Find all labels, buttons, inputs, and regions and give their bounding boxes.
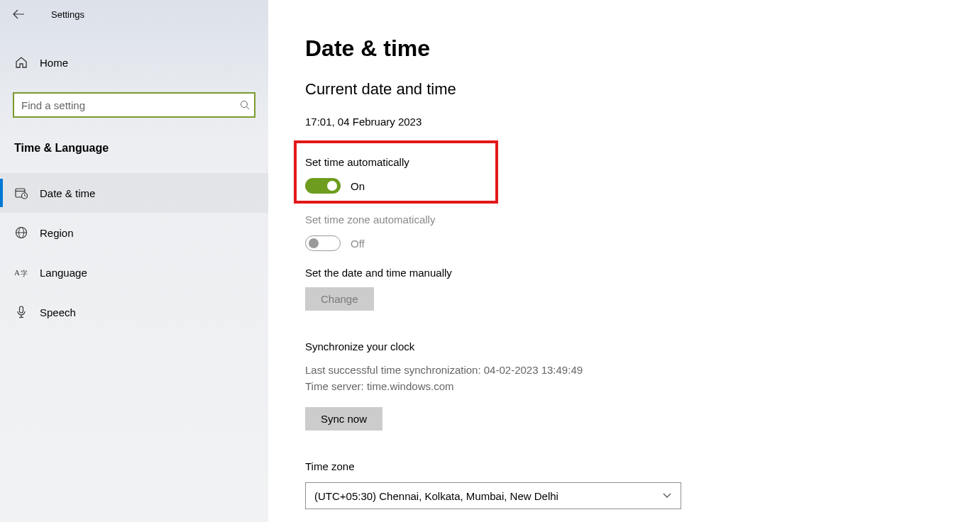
sidebar-nav: Date & time Region A字 Language Speech [0,173,268,332]
app-title: Settings [51,9,84,20]
timezone-block: Time zone (UTC+05:30) Chennai, Kolkata, … [305,460,980,509]
sidebar-top: Settings [0,0,268,28]
svg-rect-10 [20,306,23,313]
svg-line-1 [247,107,250,110]
sync-block: Synchronize your clock Last successful t… [305,340,980,431]
sidebar-home[interactable]: Home [0,45,268,79]
section-title: Current date and time [305,80,980,99]
set-tz-auto-label: Set time zone automatically [305,213,980,226]
sync-title: Synchronize your clock [305,340,980,352]
chevron-down-icon [662,492,672,499]
back-button[interactable] [11,7,26,21]
sidebar: Settings Home Time & Language Date & tim… [0,0,268,522]
sync-last: Last successful time synchronization: 04… [305,362,980,379]
svg-text:A: A [14,268,20,277]
sidebar-category-title: Time & Language [0,118,268,159]
set-tz-auto-state: Off [351,238,365,250]
timezone-dropdown[interactable]: (UTC+05:30) Chennai, Kolkata, Mumbai, Ne… [305,482,681,509]
set-time-auto-label: Set time automatically [305,156,484,168]
calendar-clock-icon [14,186,28,200]
sidebar-item-label: Speech [40,306,76,318]
sidebar-item-region[interactable]: Region [0,213,268,252]
sync-server: Time server: time.windows.com [305,379,980,395]
sidebar-home-label: Home [40,57,68,69]
current-datetime: 17:01, 04 February 2023 [305,116,980,128]
sync-info: Last successful time synchronization: 04… [305,362,980,394]
page-title: Date & time [305,35,980,62]
timezone-label: Time zone [305,460,980,472]
set-time-auto-state: On [351,180,365,192]
manual-label: Set the date and time manually [305,267,980,279]
svg-text:字: 字 [21,270,28,277]
sidebar-item-label: Date & time [40,187,95,199]
sidebar-item-date-time[interactable]: Date & time [0,173,268,213]
home-icon [14,55,28,70]
sidebar-item-language[interactable]: A字 Language [0,252,268,292]
search-input[interactable] [14,94,236,116]
sidebar-item-label: Region [40,227,74,239]
sync-now-button[interactable]: Sync now [305,407,382,431]
sidebar-item-speech[interactable]: Speech [0,292,268,332]
search-box[interactable] [13,92,255,118]
language-icon: A字 [14,265,28,279]
sidebar-item-label: Language [40,267,87,279]
set-tz-auto-toggle [305,235,341,251]
svg-point-0 [241,101,248,108]
microphone-icon [14,305,28,319]
highlight-set-time-auto: Set time automatically On [294,140,498,204]
change-button: Change [305,287,374,311]
timezone-value: (UTC+05:30) Chennai, Kolkata, Mumbai, Ne… [314,490,558,502]
set-time-auto-toggle[interactable] [305,178,341,194]
main-content: Date & time Current date and time 17:01,… [268,0,980,522]
search-icon [236,100,254,110]
globe-icon [14,226,28,240]
arrow-left-icon [13,9,24,19]
